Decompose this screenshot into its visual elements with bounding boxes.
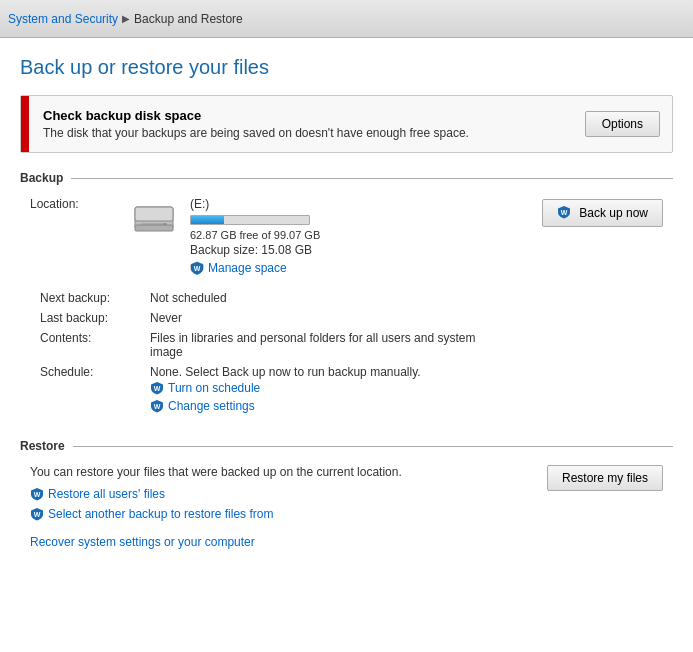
schedule-row: Schedule: None. Select Back up now to ru… <box>40 365 532 413</box>
turn-on-schedule-link[interactable]: W Turn on schedule <box>150 381 421 395</box>
backup-size-text: Backup size: 15.08 GB <box>190 243 320 257</box>
drive-icon <box>130 197 178 237</box>
progress-bar-container <box>190 215 310 225</box>
location-label: Location: <box>30 197 130 211</box>
next-backup-row: Next backup: Not scheduled <box>40 291 532 305</box>
backup-section-label: Backup <box>20 171 63 185</box>
svg-text:W: W <box>194 265 201 272</box>
backup-body: Location: <box>20 197 673 419</box>
change-settings-icon: W <box>150 399 164 413</box>
restore-section-label: Restore <box>20 439 65 453</box>
next-backup-value: Not scheduled <box>150 291 227 305</box>
contents-label: Contents: <box>40 331 150 345</box>
breadcrumb-bar: System and Security ▶ Backup and Restore <box>0 0 693 38</box>
restore-info: You can restore your files that were bac… <box>30 465 547 527</box>
svg-text:W: W <box>154 403 161 410</box>
breadcrumb-parent-link[interactable]: System and Security <box>8 12 118 26</box>
restore-my-files-button[interactable]: Restore my files <box>547 465 663 491</box>
contents-row: Contents: Files in libraries and persona… <box>40 331 532 359</box>
warning-red-bar <box>21 96 29 152</box>
options-button[interactable]: Options <box>585 111 660 137</box>
svg-rect-4 <box>135 225 173 231</box>
location-row: Location: <box>30 197 542 283</box>
restore-section-line <box>73 446 673 447</box>
restore-all-users-label: Restore all users' files <box>48 487 165 501</box>
backup-section-header: Backup <box>20 171 673 185</box>
drive-letter: (E:) <box>190 197 320 211</box>
last-backup-value: Never <box>150 311 182 325</box>
backup-section-line <box>71 178 673 179</box>
warning-content: Check backup disk space The disk that yo… <box>29 96 573 152</box>
warning-title: Check backup disk space <box>43 108 559 123</box>
svg-text:W: W <box>34 491 41 498</box>
contents-value: Files in libraries and personal folders … <box>150 331 490 359</box>
backup-now-button[interactable]: W Back up now <box>542 199 663 227</box>
recover-link[interactable]: Recover system settings or your computer <box>20 535 255 549</box>
schedule-label: Schedule: <box>40 365 150 379</box>
last-backup-row: Last backup: Never <box>40 311 532 325</box>
manage-space-link[interactable]: W Manage space <box>190 261 320 275</box>
restore-description: You can restore your files that were bac… <box>30 465 547 479</box>
location-info: (E:) 62.87 GB free of 99.07 GB Backup si… <box>190 197 320 275</box>
page-title: Back up or restore your files <box>20 56 673 79</box>
restore-section: Restore You can restore your files that … <box>20 439 673 549</box>
svg-text:W: W <box>561 209 568 216</box>
breadcrumb-separator: ▶ <box>122 13 130 24</box>
backup-now-icon: W <box>557 205 573 221</box>
svg-text:W: W <box>154 385 161 392</box>
backup-now-label: Back up now <box>579 206 648 220</box>
manage-space-label: Manage space <box>208 261 287 275</box>
backup-info: Location: <box>30 197 542 419</box>
restore-button-area: Restore my files <box>547 465 663 491</box>
manage-space-icon: W <box>190 261 204 275</box>
progress-bar-fill <box>191 216 224 224</box>
schedule-links: W Turn on schedule W <box>150 381 421 413</box>
select-backup-label: Select another backup to restore files f… <box>48 507 273 521</box>
drive-svg <box>133 199 175 235</box>
warning-box: Check backup disk space The disk that yo… <box>20 95 673 153</box>
restore-all-users-link[interactable]: W Restore all users' files <box>30 487 547 501</box>
change-settings-link[interactable]: W Change settings <box>150 399 421 413</box>
turn-on-schedule-icon: W <box>150 381 164 395</box>
warning-description: The disk that your backups are being sav… <box>43 126 559 140</box>
warning-action-area: Options <box>573 96 672 152</box>
restore-section-header: Restore <box>20 439 673 453</box>
info-rows: Next backup: Not scheduled Last backup: … <box>30 291 542 413</box>
turn-on-schedule-label: Turn on schedule <box>168 381 260 395</box>
change-settings-label: Change settings <box>168 399 255 413</box>
schedule-info: None. Select Back up now to run backup m… <box>150 365 421 413</box>
svg-text:W: W <box>34 511 41 518</box>
backup-section: Backup Location: <box>20 171 673 419</box>
location-detail: (E:) 62.87 GB free of 99.07 GB Backup si… <box>130 197 320 275</box>
next-backup-label: Next backup: <box>40 291 150 305</box>
main-content: Back up or restore your files Check back… <box>0 38 693 652</box>
schedule-value: None. Select Back up now to run backup m… <box>150 365 421 379</box>
disk-space-text: 62.87 GB free of 99.07 GB <box>190 229 320 241</box>
restore-all-users-icon: W <box>30 487 44 501</box>
breadcrumb-current: Backup and Restore <box>134 12 243 26</box>
restore-body: You can restore your files that were bac… <box>20 465 673 527</box>
svg-rect-1 <box>135 207 173 221</box>
select-backup-link[interactable]: W Select another backup to restore files… <box>30 507 547 521</box>
last-backup-label: Last backup: <box>40 311 150 325</box>
backup-button-area: W Back up now <box>542 197 663 419</box>
select-backup-icon: W <box>30 507 44 521</box>
